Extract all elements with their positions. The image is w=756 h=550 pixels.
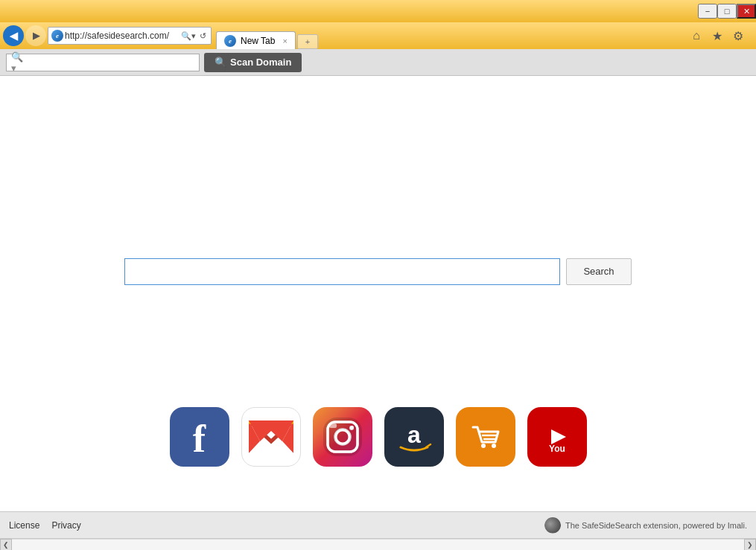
footer-right: The SafeSideSearch extension, powered by…: [544, 517, 747, 534]
new-tab-button[interactable]: +: [297, 34, 318, 49]
svg-rect-13: [329, 423, 337, 428]
license-link[interactable]: License: [9, 520, 39, 531]
svg-point-18: [492, 444, 496, 448]
svg-point-12: [350, 426, 354, 429]
tab-close-btn[interactable]: ×: [282, 36, 287, 45]
apps-row: f: [170, 407, 587, 467]
favorites-button[interactable]: ★: [708, 27, 726, 45]
scroll-track[interactable]: [12, 539, 744, 551]
main-search-input[interactable]: [124, 258, 560, 285]
address-refresh-btn[interactable]: ↺: [198, 31, 208, 42]
tab-ie-icon: e: [224, 35, 236, 47]
scrollbar-area: ❮ ❯: [0, 538, 756, 550]
tab-label: New Tab: [241, 36, 275, 46]
svg-rect-16: [467, 418, 504, 455]
shopping-icon-svg: [467, 418, 504, 455]
tabs-bar: e New Tab × +: [213, 22, 686, 49]
address-bar-input[interactable]: [65, 31, 178, 41]
back-button[interactable]: ◀: [3, 25, 24, 46]
address-bar-container: e 🔍▾ ↺: [48, 27, 212, 45]
gmail-icon-svg: [249, 421, 293, 453]
scroll-right-button[interactable]: ❯: [744, 539, 756, 551]
close-button[interactable]: ✕: [737, 4, 756, 19]
youtube-icon-svg: You: [535, 421, 579, 453]
app-icon-gmail[interactable]: [241, 407, 301, 467]
app-icon-instagram[interactable]: [313, 407, 372, 467]
svg-point-17: [481, 444, 486, 448]
main-content: Search f: [0, 76, 756, 511]
toolbar-search-container: 🔍▾: [6, 54, 200, 71]
address-search-btn[interactable]: 🔍▾: [180, 31, 197, 42]
facebook-letter: f: [193, 417, 206, 461]
restore-button[interactable]: □: [717, 4, 737, 19]
scroll-left-button[interactable]: ❮: [0, 539, 12, 551]
title-bar: − □ ✕: [0, 0, 756, 22]
toolbar: 🔍▾ 🔍 Scan Domain: [0, 49, 756, 76]
extension-icon: [544, 517, 561, 534]
ie-icon: e: [51, 30, 63, 42]
app-icon-facebook[interactable]: f: [170, 407, 229, 467]
amazon-icon-svg: a: [392, 422, 436, 452]
scan-domain-button[interactable]: 🔍 Scan Domain: [204, 53, 302, 72]
svg-text:a: a: [407, 422, 421, 448]
app-icon-youtube[interactable]: You: [527, 407, 587, 467]
home-button[interactable]: ⌂: [687, 27, 705, 45]
forward-button[interactable]: ▶: [25, 25, 46, 46]
tab-newtab[interactable]: e New Tab ×: [216, 31, 296, 49]
minimize-button[interactable]: −: [698, 4, 717, 19]
app-icon-shopping[interactable]: [456, 407, 515, 467]
toolbar-search-input[interactable]: [30, 57, 194, 68]
svg-text:You: You: [549, 444, 565, 453]
svg-rect-9: [323, 418, 362, 456]
footer: License Privacy The SafeSideSearch exten…: [0, 511, 756, 538]
title-bar-controls: − □ ✕: [698, 4, 756, 19]
settings-button[interactable]: ⚙: [729, 27, 747, 45]
scan-domain-label: Scan Domain: [230, 57, 291, 68]
instagram-icon-svg: [323, 418, 362, 456]
nav-bar: ◀ ▶ e 🔍▾ ↺ e New Tab × + ⌂ ★ ⚙: [0, 22, 756, 49]
privacy-link[interactable]: Privacy: [51, 520, 80, 531]
app-icon-amazon[interactable]: a: [384, 407, 444, 467]
nav-right: ⌂ ★ ⚙: [687, 27, 753, 45]
toolbar-search-icon: 🔍▾: [11, 51, 27, 74]
address-bar-actions: 🔍▾ ↺: [180, 31, 208, 42]
extension-text: The SafeSideSearch extension, powered by…: [565, 521, 747, 530]
footer-links: License Privacy: [9, 520, 81, 531]
scan-domain-icon: 🔍: [215, 57, 226, 68]
search-area: Search: [124, 258, 631, 285]
search-button[interactable]: Search: [566, 258, 631, 285]
svg-line-15: [426, 444, 431, 447]
